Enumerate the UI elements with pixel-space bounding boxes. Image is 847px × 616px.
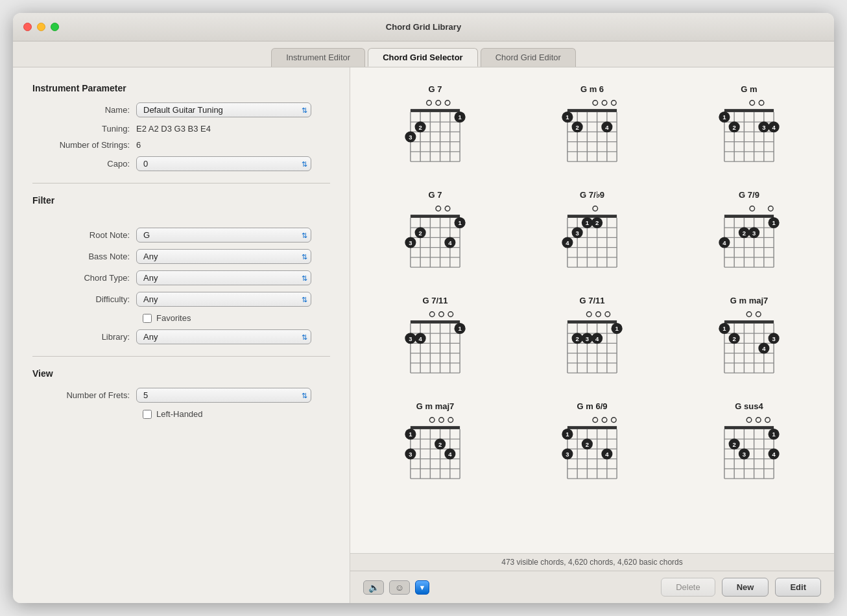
chord-type-row: Chord Type: Any ⇅ [32, 270, 330, 285]
chord-diagram-2: 1 2 4 [556, 98, 628, 163]
capo-select[interactable]: 0 [136, 156, 311, 171]
svg-rect-109 [724, 215, 774, 218]
chord-type-select[interactable]: Any [136, 270, 311, 285]
chord-name-3: G m [741, 84, 757, 94]
bass-note-select[interactable]: Any [136, 249, 311, 264]
svg-point-42 [750, 101, 755, 106]
right-panel: G 7 [350, 67, 834, 603]
chord-card-5[interactable]: G 7/♭9 [520, 184, 664, 276]
svg-text:4: 4 [448, 239, 452, 246]
svg-text:1: 1 [722, 325, 726, 332]
speaker-button[interactable]: 🔈 [363, 580, 384, 595]
svg-text:4: 4 [595, 335, 599, 342]
chord-card-8[interactable]: G 7/11 [520, 289, 664, 382]
chord-card-9[interactable]: G m maj7 [677, 289, 821, 382]
traffic-lights [23, 23, 59, 31]
svg-point-173 [746, 312, 752, 317]
minimize-button[interactable] [37, 23, 45, 31]
svg-point-107 [750, 206, 755, 211]
chord-name-4: G 7 [429, 190, 442, 200]
chord-card-12[interactable]: G sus4 [677, 395, 821, 488]
chord-diagram-11: 1 2 3 4 [556, 415, 628, 480]
svg-point-64 [436, 206, 441, 211]
new-button[interactable]: New [722, 578, 769, 597]
svg-text:3: 3 [575, 230, 579, 237]
bottom-right-controls: Delete New Edit [661, 578, 821, 597]
capo-row: Capo: 0 ⇅ [32, 156, 330, 171]
chord-card-2[interactable]: G m 6 [520, 78, 664, 171]
chord-name-1: G 7 [429, 84, 442, 94]
instrument-section-title: Instrument Parameter [32, 83, 330, 93]
frets-select[interactable]: 5 [136, 388, 311, 403]
root-note-select[interactable]: G [136, 228, 311, 243]
chord-diagram-6: 1 2 3 4 [713, 204, 785, 268]
tab-instrument-editor[interactable]: Instrument Editor [271, 48, 365, 67]
svg-text:1: 1 [566, 113, 569, 121]
svg-text:2: 2 [732, 335, 735, 342]
difficulty-select-wrapper: Any ⇅ [136, 292, 311, 307]
divider-2 [32, 356, 330, 357]
chord-card-1[interactable]: G 7 [363, 78, 507, 171]
edit-button[interactable]: Edit [775, 578, 821, 597]
chord-name-6: G 7/9 [739, 190, 759, 200]
svg-text:3: 3 [566, 451, 569, 458]
divider-1 [32, 183, 330, 184]
favorites-checkbox[interactable] [143, 314, 152, 323]
chord-card-3[interactable]: G m [677, 78, 821, 171]
svg-text:1: 1 [409, 431, 412, 438]
svg-point-130 [439, 312, 444, 317]
svg-text:4: 4 [762, 345, 766, 352]
chord-card-11[interactable]: G m 6/9 [520, 395, 664, 488]
filter-section-title: Filter [32, 195, 330, 206]
strings-label: Number of Strings: [32, 140, 136, 150]
bass-note-select-wrapper: Any ⇅ [136, 249, 311, 264]
emoji-button[interactable]: ☺ [389, 580, 410, 595]
favorites-row: Favorites [32, 313, 330, 323]
capo-label: Capo: [32, 159, 136, 169]
library-select[interactable]: Any [136, 329, 311, 344]
svg-point-197 [448, 418, 453, 423]
chord-name-7: G 7/11 [422, 296, 447, 305]
tab-chord-grid-editor[interactable]: Chord Grid Editor [481, 48, 576, 67]
difficulty-row: Difficulty: Any ⇅ [32, 292, 330, 307]
chord-diagram-8: 1 2 3 4 [556, 309, 628, 374]
svg-text:4: 4 [448, 451, 452, 458]
chord-card-4[interactable]: G 7 [363, 184, 507, 276]
chord-card-6[interactable]: G 7/9 [677, 184, 821, 276]
strings-value: 6 [136, 140, 141, 150]
svg-text:1: 1 [722, 113, 726, 121]
dropdown-button[interactable]: ▼ [415, 580, 429, 595]
svg-text:3: 3 [409, 335, 412, 342]
svg-text:4: 4 [605, 451, 609, 458]
chord-diagram-3: 1 2 3 4 [713, 98, 785, 163]
svg-point-2 [445, 101, 450, 106]
svg-text:3: 3 [409, 239, 412, 246]
svg-rect-221 [567, 426, 617, 429]
smiley-icon: ☺ [395, 582, 404, 593]
view-section-title: View [32, 368, 330, 379]
svg-text:3: 3 [743, 451, 746, 458]
svg-rect-44 [724, 109, 774, 112]
difficulty-label: Difficulty: [32, 294, 136, 304]
svg-point-195 [429, 418, 435, 423]
svg-text:3: 3 [409, 134, 412, 141]
svg-text:2: 2 [438, 441, 442, 448]
maximize-button[interactable] [51, 23, 59, 31]
close-button[interactable] [23, 23, 32, 31]
svg-point-108 [769, 206, 774, 211]
name-select[interactable]: Default Guitar Tuning [136, 102, 311, 117]
svg-point-241 [746, 418, 752, 423]
tab-chord-grid-selector[interactable]: Chord Grid Selector [368, 48, 478, 67]
chevron-down-icon: ▼ [419, 584, 426, 591]
delete-button[interactable]: Delete [661, 578, 715, 597]
svg-text:1: 1 [772, 219, 776, 226]
svg-rect-87 [567, 215, 617, 218]
chord-card-10[interactable]: G m maj7 [363, 395, 507, 488]
chord-card-7[interactable]: G 7/11 [363, 289, 507, 382]
window-title: Chord Grid Library [386, 22, 461, 32]
chord-name-2: G m 6 [580, 84, 604, 94]
left-handed-checkbox[interactable] [143, 410, 152, 419]
svg-text:1: 1 [458, 219, 462, 226]
svg-text:4: 4 [566, 239, 569, 246]
difficulty-select[interactable]: Any [136, 292, 311, 307]
